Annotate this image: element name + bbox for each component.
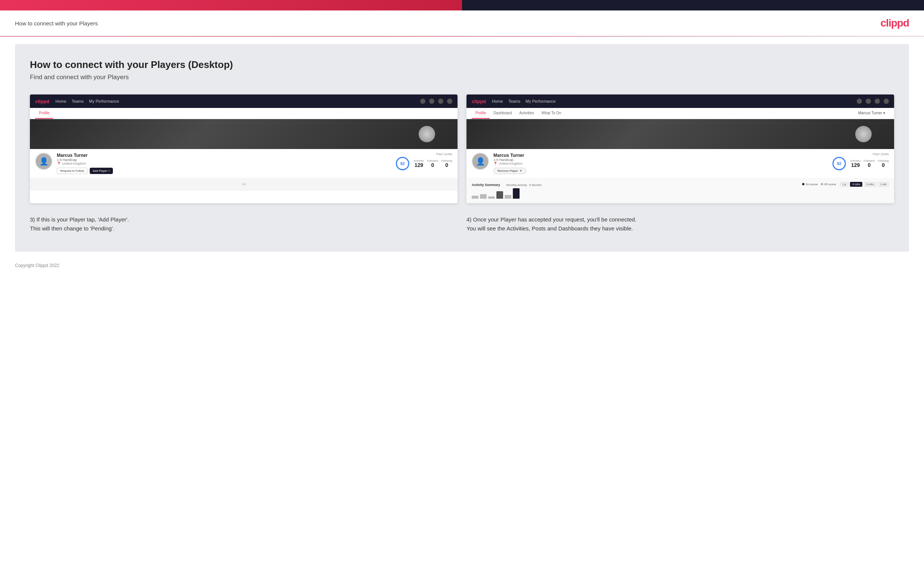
left-app-logo: clippd xyxy=(35,98,49,104)
left-stat-following: Following 0 xyxy=(441,160,452,168)
right-nav-icons xyxy=(857,98,889,104)
time-1mth[interactable]: 1 mth xyxy=(878,182,889,187)
main-subtitle: Find and connect with your Players xyxy=(30,74,894,81)
right-app-tabs: Profile Dashboard Activities What To On … xyxy=(467,108,894,119)
right-tab-what-to-on[interactable]: What To On xyxy=(538,108,565,119)
right-app-logo: clippd xyxy=(472,98,486,104)
scissors-icon: ✂ xyxy=(241,181,246,187)
time-6mths[interactable]: 6 mths xyxy=(850,182,862,187)
time-3mths[interactable]: 3 mths xyxy=(864,182,876,187)
left-nav-performance[interactable]: My Performance xyxy=(89,99,119,103)
right-tab-profile[interactable]: Profile xyxy=(472,108,489,119)
left-nav-links: Home Teams My Performance xyxy=(55,99,414,103)
left-quality-label: Player Quality xyxy=(436,153,452,155)
profile-icon[interactable] xyxy=(447,98,452,104)
right-activity-area: Activity Summary Monthly Activity · 6 Mo… xyxy=(467,178,894,203)
right-stat-following: Following 0 xyxy=(878,160,889,168)
left-app-navbar: clippd Home Teams My Performance xyxy=(30,95,457,108)
right-activity-titles: Activity Summary Monthly Activity · 6 Mo… xyxy=(472,181,542,187)
right-stat-activities: Activities 129 xyxy=(850,160,861,168)
remove-player-button[interactable]: Remove Player ✕ xyxy=(493,168,526,174)
left-profile-location: 📍 United Kingdom xyxy=(57,162,391,166)
location-icon: 📍 xyxy=(57,162,61,166)
left-screenshot-bottom: ✂ xyxy=(30,178,457,191)
left-screenshot: clippd Home Teams My Performance Profile xyxy=(30,95,457,203)
right-search-icon[interactable] xyxy=(857,98,862,104)
avatar-icon: 👤 xyxy=(39,157,48,166)
right-nav-performance[interactable]: My Performance xyxy=(525,99,556,103)
right-profile-handicap: 1-5 Handicap xyxy=(493,158,828,162)
on-course-dot xyxy=(802,183,804,185)
chart-bar-3 xyxy=(488,197,495,199)
left-profile-info: Marcus Turner 1-5 Handicap 📍 United King… xyxy=(57,153,391,174)
right-nav-home[interactable]: Home xyxy=(492,99,503,103)
right-activity-right: On course Off course 1 yr 6 mths 3 mths xyxy=(802,182,889,187)
right-profile-icon[interactable] xyxy=(884,98,889,104)
right-description-text: 4) Once your Player has accepted your re… xyxy=(467,215,894,233)
right-location-icon: 📍 xyxy=(493,162,498,166)
main-content: How to connect with your Players (Deskto… xyxy=(15,44,909,252)
legend-on-course: On course xyxy=(802,183,817,185)
right-activity-subtitle: Monthly Activity · 6 Months xyxy=(506,184,542,187)
off-course-dot xyxy=(821,183,823,185)
main-title: How to connect with your Players (Deskto… xyxy=(30,59,894,71)
right-stat-followers: Followers 0 xyxy=(863,160,875,168)
right-avatar-icon: 👤 xyxy=(476,157,485,166)
chart-bar-4 xyxy=(496,191,503,199)
right-nav-links: Home Teams My Performance xyxy=(492,99,851,103)
left-profile-name: Marcus Turner xyxy=(57,153,391,158)
left-app-tabs: Profile xyxy=(30,108,457,119)
screenshots-row: clippd Home Teams My Performance Profile xyxy=(30,95,894,203)
header: How to connect with your Players clippd xyxy=(0,10,924,36)
descriptions-row: 3) If this is your Player tap, 'Add Play… xyxy=(30,215,894,233)
right-settings-icon[interactable] xyxy=(875,98,880,104)
right-profile-section: 👤 Marcus Turner 1-5 Handicap 📍 United Ki… xyxy=(467,149,894,178)
right-profile-location: 📍 United Kingdom xyxy=(493,162,828,166)
left-nav-teams[interactable]: Teams xyxy=(72,99,84,103)
left-profile-section: 👤 Marcus Turner 1-5 Handicap 📍 United Ki… xyxy=(30,149,457,178)
header-divider xyxy=(0,36,924,37)
right-profile-name: Marcus Turner xyxy=(493,153,828,158)
time-1yr[interactable]: 1 yr xyxy=(840,182,849,187)
left-stat-followers: Followers 0 xyxy=(427,160,438,168)
left-avatar: 👤 xyxy=(35,153,52,170)
right-quality-circle: 92 xyxy=(832,157,846,170)
right-tab-user-name[interactable]: Marcus Turner ▾ xyxy=(855,108,889,119)
left-hero-area xyxy=(30,119,457,149)
right-screenshot: clippd Home Teams My Performance Profile… xyxy=(467,95,894,203)
footer: Copyright Clippd 2022 xyxy=(0,263,924,276)
chart-bar-2 xyxy=(480,194,487,199)
header-title: How to connect with your Players xyxy=(15,20,98,26)
search-icon[interactable] xyxy=(420,98,425,104)
right-tab-dashboard[interactable]: Dashboard xyxy=(489,108,515,119)
right-hero-area xyxy=(467,119,894,149)
chart-bar-5 xyxy=(505,195,511,199)
right-tab-activities[interactable]: Activities xyxy=(515,108,538,119)
left-profile-right: Player Quality 92 Activities 129 Followe… xyxy=(396,153,452,170)
chart-bar-1 xyxy=(472,196,478,199)
logo: clippd xyxy=(880,17,909,29)
right-avatar: 👤 xyxy=(472,153,489,170)
right-user-icon[interactable] xyxy=(866,98,871,104)
left-stats-row: Activities 129 Followers 0 Following 0 xyxy=(414,158,452,169)
legend-off-course: Off course xyxy=(821,183,836,185)
user-icon[interactable] xyxy=(429,98,435,104)
right-app-navbar: clippd Home Teams My Performance xyxy=(467,95,894,108)
left-tab-profile[interactable]: Profile xyxy=(35,108,53,119)
time-controls: 1 yr 6 mths 3 mths 1 mth xyxy=(840,182,889,187)
left-nav-home[interactable]: Home xyxy=(55,99,66,103)
left-description: 3) If this is your Player tap, 'Add Play… xyxy=(30,215,457,233)
copyright-text: Copyright Clippd 2022 xyxy=(15,263,60,268)
left-nav-icons xyxy=(420,98,452,104)
right-nav-teams[interactable]: Teams xyxy=(508,99,520,103)
settings-icon[interactable] xyxy=(438,98,443,104)
left-stat-activities: Activities 129 xyxy=(414,160,424,168)
off-course-label: Off course xyxy=(824,183,836,185)
add-player-button[interactable]: Add Player + xyxy=(90,168,113,174)
right-profile-info: Marcus Turner 1-5 Handicap 📍 United King… xyxy=(493,153,828,174)
request-follow-button[interactable]: Request to Follow xyxy=(57,168,87,174)
chart-bar-6 xyxy=(513,188,520,199)
left-profile-handicap: 1-5 Handicap xyxy=(57,158,391,162)
right-quality-label: Player Quality xyxy=(872,153,889,155)
right-activity-header: Activity Summary Monthly Activity · 6 Mo… xyxy=(472,181,889,187)
